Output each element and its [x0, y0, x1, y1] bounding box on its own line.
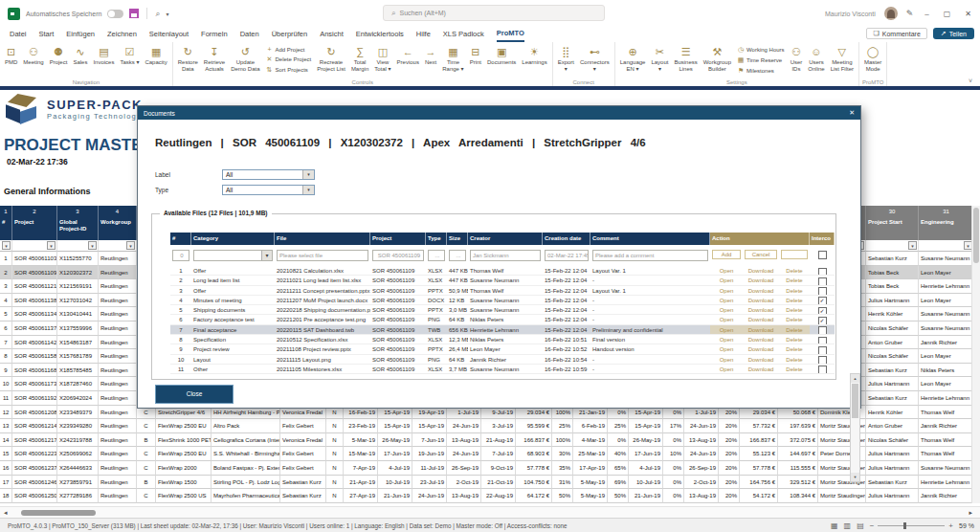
delete-link[interactable]: Delete: [779, 365, 810, 374]
filter-dropdown-icon[interactable]: ▾: [88, 241, 97, 250]
filter-dropdown-icon[interactable]: ▾: [2, 241, 11, 250]
dialog-titlebar[interactable]: Documents ✕: [138, 106, 860, 120]
edit-mode-icon[interactable]: ✎: [906, 9, 914, 18]
delete-link[interactable]: Delete: [779, 286, 810, 296]
file-row-9[interactable]: 9Project review20211108 Project review.p…: [170, 344, 835, 354]
ribbon-button-pmd[interactable]: ⊡PMD: [2, 42, 20, 66]
open-link[interactable]: Open: [710, 266, 743, 276]
download-link[interactable]: Download: [743, 355, 779, 365]
filter-dropdown-icon[interactable]: ▾: [126, 241, 135, 250]
open-link[interactable]: Open: [710, 365, 743, 374]
files-table-scrollbar[interactable]: ▲ ▼: [850, 373, 860, 482]
open-link[interactable]: Open: [710, 296, 743, 305]
interco-checkbox[interactable]: [818, 277, 827, 286]
page-break-view-icon[interactable]: ▤: [857, 521, 864, 530]
ribbon-button-tasks[interactable]: ☑Tasks ▾: [117, 42, 142, 66]
delete-link[interactable]: Delete: [779, 276, 810, 285]
menu-tab-formeln[interactable]: Formeln: [201, 28, 228, 41]
menu-tab-promto[interactable]: ProMTO: [497, 27, 524, 42]
ribbon-button-connectors[interactable]: ⊷Connectors ▾: [577, 42, 612, 72]
menu-tab-start[interactable]: Start: [39, 28, 55, 41]
sheet-row-17[interactable]: 17SOR 450061246X273859791ReutlingenBFlex…: [0, 476, 980, 490]
interco-checkbox[interactable]: ✓: [818, 297, 827, 305]
ribbon-button-print[interactable]: ⊟Print: [467, 42, 484, 66]
ribbon-button-retrieve-actuals[interactable]: ↧Retrieve Actuals: [201, 42, 228, 72]
comments-button[interactable]: ❏ Kommentare: [866, 28, 926, 39]
file-row-8[interactable]: 8Specification20210512 Specification.xls…: [170, 335, 835, 344]
delete-link[interactable]: Delete: [779, 335, 810, 344]
dialog-close-icon[interactable]: ✕: [843, 109, 860, 117]
download-link[interactable]: Download: [743, 296, 779, 305]
close-button[interactable]: ✕: [962, 10, 974, 18]
ribbon-button-layout[interactable]: ✂Layout ▾: [648, 42, 671, 72]
ribbon-button-capacity[interactable]: ▦Capacity: [142, 42, 169, 66]
ribbon-button-time-range[interactable]: ▦Time Range ▾: [439, 42, 466, 72]
zoom-slider[interactable]: − +: [870, 521, 953, 530]
open-link[interactable]: Open: [710, 305, 743, 315]
open-link[interactable]: Open: [710, 276, 743, 285]
ribbon-button-recreate-project-list[interactable]: ↻Recreate Project List: [314, 42, 348, 72]
chevron-down-icon[interactable]: ▾: [166, 11, 168, 17]
download-link[interactable]: Download: [743, 335, 779, 344]
delete-link[interactable]: Delete: [779, 325, 810, 335]
download-link[interactable]: Download: [743, 276, 779, 285]
ribbon-button-previous[interactable]: ←Previous: [394, 42, 422, 66]
ribbon-button-user-ids[interactable]: ⚇User IDs: [788, 42, 806, 72]
interco-checkbox[interactable]: ✓: [818, 307, 827, 316]
avatar[interactable]: [884, 7, 898, 20]
interco-checkbox[interactable]: [818, 356, 827, 365]
delete-link[interactable]: Delete: [779, 344, 810, 354]
ribbon-button-master-mode[interactable]: ◯Master Mode: [861, 42, 884, 72]
delete-link[interactable]: Delete: [779, 266, 810, 276]
open-link[interactable]: Open: [710, 355, 743, 365]
menu-tab-einf-gen[interactable]: Einfügen: [66, 28, 95, 41]
ribbon-button-update-demo-data[interactable]: ↺Update Demo Data: [228, 42, 262, 72]
menu-tab-zeichnen[interactable]: Zeichnen: [107, 28, 137, 41]
ribbon-button-meeting-list-filter[interactable]: ▽Meeting List Filter: [828, 42, 857, 72]
sheet-row-16[interactable]: 16SOR 450061237X264446633ReutlingenCFlex…: [0, 461, 980, 476]
zoom-out-icon[interactable]: −: [870, 521, 875, 530]
ribbon-button-documents[interactable]: ▣Documents: [484, 42, 519, 66]
delete-link[interactable]: Delete: [779, 305, 810, 315]
zoom-in-icon[interactable]: +: [948, 521, 953, 530]
file-row-1[interactable]: 1Offer20210821 Calculation.xlsxSOR 45006…: [170, 266, 835, 276]
sheet-row-14[interactable]: 14SOR 450061217X242319788ReutlingenBFlex…: [0, 433, 980, 448]
menu-tab-berpr-fen[interactable]: Überprüfen: [272, 28, 308, 41]
filter-dropdown-icon[interactable]: ▾: [908, 241, 917, 250]
interco-checkbox[interactable]: [818, 268, 827, 277]
label-filter-select[interactable]: All ▾: [222, 169, 315, 180]
menu-tab-seitenlayout[interactable]: Seitenlayout: [149, 28, 189, 41]
ribbon-button-time-reserve[interactable]: ▦Time Reserve: [737, 56, 785, 64]
zoom-slider-thumb[interactable]: [903, 522, 906, 529]
interco-checkbox[interactable]: [818, 251, 827, 259]
download-link[interactable]: Download: [743, 286, 779, 296]
ribbon-button-sort-projects[interactable]: ⇅Sort Projects: [266, 66, 312, 74]
file-row-11[interactable]: 11Other20211105 Milestones.xlsxSOR 45006…: [170, 365, 835, 374]
ribbon-button-delete-project[interactable]: ✕Delete Project: [266, 55, 312, 63]
file-row-10[interactable]: 10Layout20211115 Layout.pngSOR 450061109…: [170, 355, 835, 365]
open-link[interactable]: Open: [710, 315, 743, 324]
page-layout-view-icon[interactable]: ▥: [844, 521, 852, 530]
share-button[interactable]: ↗ Teilen: [933, 28, 974, 39]
file-row-4[interactable]: 4Minutes of meeting20211207 MoM Project …: [170, 296, 835, 305]
interco-checkbox[interactable]: [818, 366, 827, 374]
ribbon-button-sales[interactable]: ∿Sales: [70, 42, 90, 66]
ribbon-button-working-hours[interactable]: ◷Working Hours: [737, 46, 785, 54]
sheet-row-13[interactable]: 13SOR 450061214X239349280ReutlingenCFlex…: [0, 419, 980, 433]
download-link[interactable]: Download: [743, 344, 779, 354]
cancel-file-button[interactable]: Cancel: [745, 250, 777, 259]
interco-checkbox[interactable]: [818, 337, 827, 345]
menu-tab-xls-padlock[interactable]: XLS Padlock: [443, 28, 484, 41]
ribbon-button-language-en[interactable]: ⊕Language EN ▾: [617, 42, 649, 72]
ribbon-button-total-margin[interactable]: ∑Total Margin: [348, 42, 371, 72]
interco-checkbox[interactable]: [818, 346, 827, 355]
download-link[interactable]: Download: [743, 325, 779, 335]
ribbon-button-view-total[interactable]: ◫View Total ▾: [371, 42, 393, 72]
filter-dropdown-icon[interactable]: ▾: [47, 241, 56, 250]
delete-link[interactable]: Delete: [779, 296, 810, 305]
sheet-row-18[interactable]: 18SOR 450061250X277289186ReutlingenCFlex…: [0, 489, 980, 503]
search-input[interactable]: ⌕ Suchen (Alt+M): [383, 5, 605, 21]
file-select-input[interactable]: Please select file: [277, 250, 368, 261]
file-row-3[interactable]: 3Offer20211211 Concept presentation.pptx…: [170, 286, 835, 296]
save-icon[interactable]: [129, 9, 139, 18]
